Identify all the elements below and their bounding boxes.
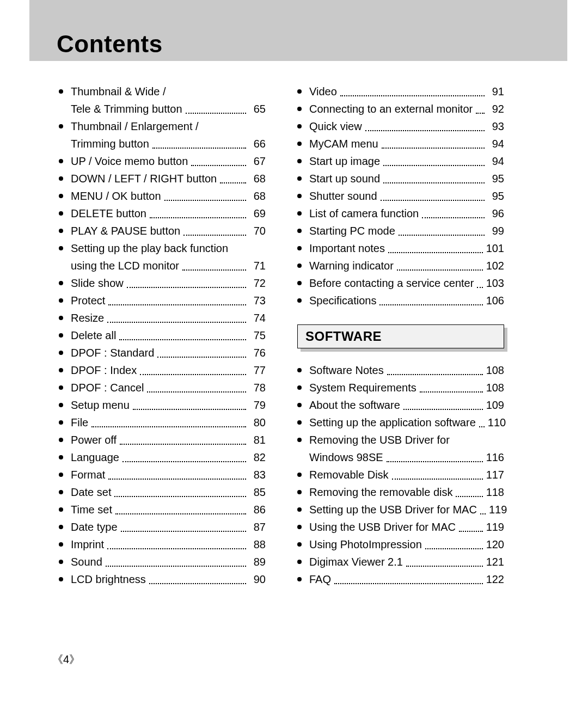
toc-page: 75 <box>249 327 266 344</box>
toc-entry: Removing the USB Driver for <box>297 431 504 449</box>
toc-label: Thumbnail & Wide / <box>71 83 166 100</box>
toc-entry: Power off81 <box>59 431 266 449</box>
bullet-icon <box>59 89 63 94</box>
toc-entry: Language82 <box>59 449 266 466</box>
leader-dots <box>120 444 246 445</box>
toc-entry-cont: Trimming button66 <box>59 135 266 152</box>
right-software-list: Software Notes108System Requirements108A… <box>297 361 504 588</box>
bullet-icon <box>59 577 63 581</box>
right-top-list: Video91Connecting to an external monitor… <box>297 83 504 309</box>
toc-entry: Resize74 <box>59 309 266 327</box>
leader-dots <box>157 357 246 358</box>
toc-entry: Sound89 <box>59 553 266 571</box>
toc-label: Software Notes <box>309 361 384 379</box>
toc-page: 71 <box>249 257 266 274</box>
toc-page: 77 <box>249 361 266 379</box>
bullet-icon <box>297 211 302 216</box>
toc-label: LCD brightness <box>71 571 146 588</box>
toc-label: List of camera function <box>309 205 419 222</box>
toc-entry: Specifications106 <box>297 292 504 309</box>
toc-label: Starting PC mode <box>309 222 395 240</box>
bullet-icon <box>59 368 63 372</box>
leader-dots <box>392 479 483 480</box>
toc-entry: DPOF : Index77 <box>59 361 266 379</box>
toc-label: Time set <box>71 501 112 518</box>
leader-dots <box>365 130 485 131</box>
toc-page: 94 <box>488 152 504 170</box>
leader-dots <box>191 165 246 166</box>
page-title: Contents <box>57 30 163 58</box>
toc-label: Shutter sound <box>309 187 377 205</box>
toc-label: Setting up the play back function <box>71 240 228 257</box>
bullet-icon <box>297 159 302 163</box>
toc-label: DPOF : Index <box>71 361 137 379</box>
bullet-icon <box>297 368 302 372</box>
leader-dots <box>479 426 485 427</box>
leader-dots <box>383 182 485 183</box>
leader-dots <box>140 374 246 375</box>
contents-columns: Thumbnail & Wide /Tele & Trimming button… <box>0 83 588 588</box>
leader-dots <box>459 531 483 532</box>
toc-page: 109 <box>486 396 504 414</box>
toc-label: Format <box>71 466 105 483</box>
toc-label: DELETE button <box>71 205 146 222</box>
toc-entry: Slide show72 <box>59 274 266 292</box>
toc-label: Removing the removable disk <box>309 483 452 501</box>
toc-entry: Delete all75 <box>59 327 266 344</box>
toc-label: Imprint <box>71 536 104 553</box>
leader-dots <box>149 583 246 584</box>
bullet-icon <box>59 229 63 233</box>
toc-entry: Digimax Viewer 2.1121 <box>297 553 504 571</box>
toc-page: 83 <box>249 466 266 483</box>
toc-label: Date type <box>71 518 118 536</box>
bullet-icon <box>297 490 302 494</box>
toc-label: Using the USB Driver for MAC <box>309 518 456 536</box>
toc-page: 74 <box>249 309 266 327</box>
toc-label: Removing the USB Driver for <box>309 431 450 449</box>
toc-entry: Date type87 <box>59 518 266 536</box>
toc-page: 68 <box>249 187 266 205</box>
toc-label: using the LCD monitor <box>71 257 179 274</box>
toc-page: 68 <box>249 170 266 187</box>
bullet-icon <box>297 577 302 581</box>
toc-label: Using PhotoImpression <box>309 536 422 553</box>
leader-dots <box>403 409 483 410</box>
toc-label: UP / Voice memo button <box>71 152 188 170</box>
section-heading-software: SOFTWARE <box>297 324 504 348</box>
leader-dots <box>152 148 246 149</box>
bullet-icon <box>59 316 63 320</box>
toc-page: 117 <box>486 466 504 483</box>
leader-dots <box>133 409 246 410</box>
toc-label: Before contacting a service center <box>309 274 474 292</box>
toc-label: Windows 98SE <box>309 449 383 466</box>
toc-entry: Quick view93 <box>297 118 504 135</box>
leader-dots <box>107 322 246 323</box>
leader-dots <box>164 200 246 201</box>
toc-entry: System Requirements108 <box>297 379 504 396</box>
leader-dots <box>425 548 483 549</box>
bullet-icon <box>297 473 302 477</box>
toc-label: Setting up the USB Driver for MAC <box>309 501 477 518</box>
page-number: 《4》 <box>52 652 80 667</box>
toc-page: 88 <box>249 536 266 553</box>
toc-entry: List of camera function96 <box>297 205 504 222</box>
toc-entry: FAQ122 <box>297 571 504 588</box>
toc-entry: Time set86 <box>59 501 266 518</box>
bullet-icon <box>297 281 302 285</box>
leader-dots <box>399 235 485 236</box>
toc-entry: Video91 <box>297 83 504 100</box>
toc-page: 108 <box>486 379 504 396</box>
toc-entry: MENU / OK button68 <box>59 187 266 205</box>
leader-dots <box>186 113 246 114</box>
toc-page: 116 <box>486 449 504 466</box>
leader-dots <box>108 304 246 305</box>
bullet-icon <box>297 89 302 94</box>
leader-dots <box>397 269 483 271</box>
toc-page: 99 <box>488 222 504 240</box>
bullet-icon <box>297 542 302 547</box>
leader-dots <box>379 304 482 305</box>
toc-page: 101 <box>486 240 504 257</box>
toc-entry: Thumbnail / Enlargement / <box>59 118 266 135</box>
toc-entry: Before contacting a service center103 <box>297 274 504 292</box>
toc-entry-cont: Windows 98SE116 <box>297 449 504 466</box>
